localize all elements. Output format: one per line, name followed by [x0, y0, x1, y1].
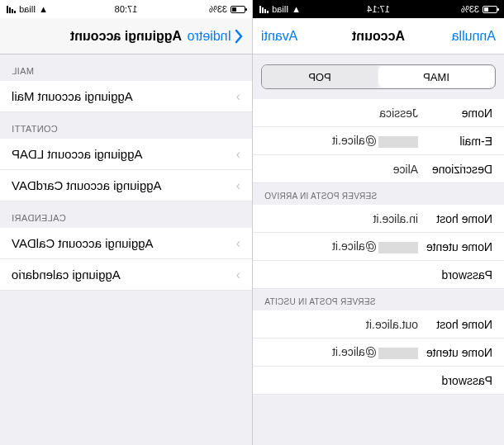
carrier: Iliad	[19, 4, 36, 14]
name-value: Jessica	[264, 107, 418, 120]
wifi-icon: ▲	[292, 4, 301, 14]
incoming-password-field[interactable]: Password	[253, 261, 504, 289]
incoming-password-label: Password	[418, 268, 492, 282]
incoming-host-value: in.alice.it	[264, 212, 418, 225]
status-time: 17:14	[367, 4, 390, 14]
incoming-header: SERVER POSTA IN ARRIVO	[253, 183, 504, 205]
mail-section-header: MAIL	[0, 54, 252, 81]
cancel-button[interactable]: Annulla	[452, 29, 496, 44]
outgoing-user-value: @alice.it	[264, 345, 418, 358]
chevron-right-icon: ›	[236, 236, 240, 251]
outgoing-user-field[interactable]: Nome utente @alice.it	[253, 338, 504, 367]
wifi-icon: ▲	[39, 4, 48, 14]
outgoing-host-value: out.alice.it	[264, 318, 418, 331]
protocol-segmented: IMAP POP	[261, 64, 496, 89]
list-content: MAIL › Aggiungi account Mail CONTATTI › …	[0, 54, 252, 445]
chevron-right-icon: ›	[236, 89, 240, 104]
battery-icon	[231, 6, 245, 13]
battery-icon	[483, 6, 497, 13]
contacts-section-header: CONTATTI	[0, 112, 252, 139]
description-value: Alice	[264, 163, 418, 176]
segment-pop[interactable]: POP	[262, 65, 378, 88]
add-carddav-account-row[interactable]: › Aggiungi account CardDAV	[0, 170, 252, 201]
incoming-user-label: Nome utente	[418, 240, 492, 253]
row-label: Aggiungi account CalDAV	[12, 236, 154, 250]
incoming-host-field[interactable]: Nome host in.alice.it	[253, 205, 504, 233]
redacted-block	[378, 348, 418, 359]
outgoing-password-label: Password	[418, 374, 492, 387]
incoming-user-value: @alice.it	[264, 239, 418, 253]
status-time: 17:08	[115, 4, 138, 14]
row-label: Aggiungi calendario	[12, 267, 121, 282]
add-calendar-row[interactable]: › Aggiungi calendario	[0, 259, 252, 291]
add-ldap-account-row[interactable]: › Aggiungi account LDAP	[0, 139, 252, 170]
outgoing-host-label: Nome host	[418, 318, 492, 331]
signal-icon	[7, 6, 16, 13]
incoming-user-field[interactable]: Nome utente @alice.it	[253, 233, 504, 261]
carrier: Iliad	[272, 4, 288, 14]
signal-icon	[259, 6, 269, 13]
outgoing-user-label: Nome utente	[418, 346, 492, 359]
form-content: IMAP POP Nome Jessica E-mail @alice.it D…	[253, 54, 504, 445]
email-field[interactable]: E-mail @alice.it	[253, 127, 504, 155]
next-button[interactable]: Avanti	[261, 29, 297, 44]
redacted-block	[378, 242, 418, 253]
chevron-right-icon: ›	[236, 178, 240, 193]
account-form-screen: 33% 17:14 ▲ Iliad Annulla Account Avanti…	[252, 0, 504, 445]
chevron-left-icon	[234, 29, 244, 44]
row-label: Aggiungi account LDAP	[12, 147, 142, 161]
name-field[interactable]: Nome Jessica	[253, 99, 504, 127]
back-button[interactable]: Indietro	[188, 29, 244, 44]
battery-percent: 33%	[209, 4, 227, 14]
status-bar: 33% 17:14 ▲ Iliad	[253, 0, 504, 18]
add-account-screen: 33% 17:08 ▲ Iliad Indietro Aggiungi acco…	[0, 0, 252, 445]
add-mail-account-row[interactable]: › Aggiungi account Mail	[0, 81, 252, 112]
description-field[interactable]: Descrizione Alice	[253, 155, 504, 183]
row-label: Aggiungi account CardDAV	[12, 178, 162, 192]
battery-percent: 33%	[461, 4, 479, 14]
outgoing-password-field[interactable]: Password	[253, 367, 504, 395]
nav-bar: Indietro Aggiungi account	[0, 18, 252, 54]
calendars-section-header: CALENDARI	[0, 201, 252, 228]
status-bar: 33% 17:08 ▲ Iliad	[0, 0, 252, 18]
email-value: @alice.it	[264, 134, 418, 147]
add-caldav-account-row[interactable]: › Aggiungi account CalDAV	[0, 228, 252, 259]
segment-imap[interactable]: IMAP	[378, 66, 494, 88]
redacted-block	[378, 136, 418, 148]
chevron-right-icon: ›	[236, 267, 240, 282]
outgoing-host-field[interactable]: Nome host out.alice.it	[253, 310, 504, 338]
incoming-host-label: Nome host	[418, 212, 492, 225]
name-label: Nome	[418, 107, 492, 120]
nav-bar: Annulla Account Avanti	[253, 18, 504, 54]
outgoing-header: SERVER POSTA IN USCITA	[253, 289, 504, 310]
description-label: Descrizione	[418, 163, 492, 176]
row-label: Aggiungi account Mail	[12, 89, 133, 103]
chevron-right-icon: ›	[236, 147, 240, 162]
email-label: E-mail	[418, 135, 492, 148]
